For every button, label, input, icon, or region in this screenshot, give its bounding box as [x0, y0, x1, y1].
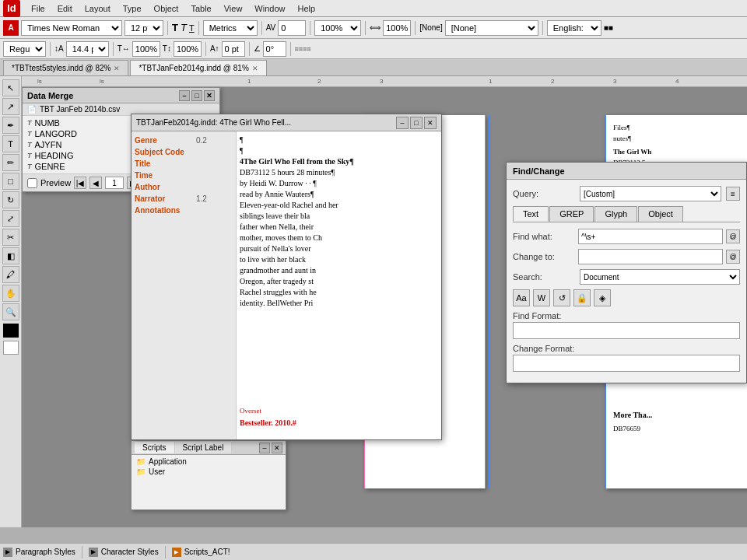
content-line-11: to live with her black: [240, 254, 438, 265]
wrap-search-btn[interactable]: ↺: [553, 289, 570, 306]
preview-checkbox[interactable]: [27, 178, 37, 188]
sep5: [365, 21, 366, 35]
scale-h-input[interactable]: [132, 41, 160, 57]
tab-tbtjanfeb-label: *TBTJanFeb2014g.indd @ 81%: [139, 64, 248, 72]
find-format-box[interactable]: [513, 322, 740, 339]
char-styles-arrow[interactable]: ▶: [89, 548, 98, 557]
scripts-bottom-icon[interactable]: ▶: [172, 548, 181, 557]
tool-select[interactable]: ↖: [2, 79, 19, 96]
tool-direct-select[interactable]: ↗: [2, 98, 19, 115]
scripts-user-folder-icon: 📁: [136, 467, 146, 476]
view-pct-select[interactable]: 100%: [314, 20, 361, 36]
fill-color[interactable]: [3, 324, 19, 338]
include-hidden-btn[interactable]: ◈: [594, 289, 611, 306]
tab-object[interactable]: Object: [638, 206, 683, 222]
doc-win-minimize[interactable]: –: [396, 117, 409, 129]
change-to-label: Change to:: [513, 252, 575, 261]
tab-grep[interactable]: GREP: [549, 206, 594, 222]
scripts-application[interactable]: 📁 Application: [136, 457, 281, 467]
menu-type[interactable]: Type: [117, 2, 148, 15]
find-change-header[interactable]: Find/Change: [507, 163, 746, 180]
tool-pencil[interactable]: ✏: [2, 154, 19, 171]
tab-text[interactable]: Text: [513, 206, 549, 222]
tool-rotate[interactable]: ↻: [2, 191, 19, 208]
menu-object[interactable]: Object: [148, 2, 185, 15]
color-select[interactable]: [None]: [445, 20, 538, 36]
scripts-panel-header[interactable]: Scripts Script Label – ✕: [132, 441, 286, 455]
style-select[interactable]: Regular: [3, 41, 46, 57]
whole-word-btn[interactable]: W: [533, 289, 550, 306]
bold-btn[interactable]: T: [172, 22, 178, 33]
angle-input[interactable]: [263, 41, 286, 57]
tab-tbttest-close[interactable]: ✕: [114, 65, 120, 72]
scripts-user[interactable]: 📁 User: [136, 467, 281, 477]
page-num-input[interactable]: [105, 177, 124, 189]
tool-hand[interactable]: ✋: [2, 285, 19, 302]
tab-glyph[interactable]: Glyph: [594, 206, 637, 222]
tool-scissors[interactable]: ✂: [2, 229, 19, 246]
data-merge-header[interactable]: Data Merge – □ ✕: [23, 88, 219, 103]
tool-scale[interactable]: ⤢: [2, 210, 19, 227]
lang-select[interactable]: English: USA: [547, 20, 601, 36]
sep10: [205, 42, 206, 56]
menu-view[interactable]: View: [218, 2, 249, 15]
include-locked-btn[interactable]: 🔒: [573, 289, 591, 306]
doc-win-close[interactable]: ✕: [424, 117, 437, 129]
change-format-label: Change Format:: [513, 344, 740, 353]
panel-expand-btn[interactable]: □: [191, 90, 202, 101]
change-to-special-btn[interactable]: @: [726, 250, 740, 264]
case-sensitive-btn[interactable]: Aa: [513, 289, 530, 306]
query-options-btn[interactable]: ≡: [726, 187, 740, 201]
tab-tbttest[interactable]: *TBTtest5styles.indd @ 82% ✕: [3, 60, 128, 75]
tool-pen[interactable]: ✒: [2, 117, 19, 134]
tool-text[interactable]: T: [2, 135, 19, 152]
bottom-sep1: [82, 546, 82, 558]
field-time-row: Time: [135, 170, 233, 181]
doc-win-restore[interactable]: □: [410, 117, 423, 129]
nav-first-btn[interactable]: |◀: [74, 177, 86, 189]
doc-window-sidebar: Genre 0.2 Subject Code Title Time Author: [132, 131, 237, 439]
tab-tbtjanfeb[interactable]: *TBTJanFeb2014g.indd @ 81% ✕: [130, 60, 266, 75]
font-family-select[interactable]: Times New Roman: [21, 20, 122, 36]
tab-tbtjanfeb-close[interactable]: ✕: [252, 65, 258, 72]
panel-close-btn[interactable]: ✕: [204, 90, 215, 101]
change-to-input[interactable]: [578, 249, 723, 264]
panel-collapse-btn[interactable]: –: [179, 90, 190, 101]
menu-edit[interactable]: Edit: [51, 2, 79, 15]
find-what-special-btn[interactable]: @: [726, 229, 740, 243]
doc-window-header[interactable]: TBTJanFeb2014g.indd: 4The Girl Who Fell.…: [132, 114, 441, 131]
leading-select[interactable]: 14.4 pt: [66, 41, 109, 57]
para-styles-arrow[interactable]: ▶: [3, 548, 12, 557]
doc-window-content: ¶ ¶ 4The Girl Who Fell from the Sky¶ DB7…: [237, 131, 441, 439]
scale-v-input[interactable]: [174, 41, 202, 57]
nav-prev-btn[interactable]: ◀: [89, 177, 102, 189]
toolbar1: A Times New Roman 12 pt T T T Metrics AV…: [0, 17, 747, 39]
tracking-input[interactable]: [383, 20, 411, 36]
menu-file[interactable]: File: [25, 2, 51, 15]
query-select[interactable]: [Custom]: [580, 186, 721, 201]
change-format-box[interactable]: [513, 355, 740, 372]
search-select[interactable]: Document: [580, 269, 740, 285]
menu-help[interactable]: Help: [291, 2, 321, 15]
tool-zoom[interactable]: 🔍: [2, 303, 19, 320]
scripts-tabs: Scripts Script Label: [135, 442, 259, 453]
scripts-tab-label[interactable]: Script Label: [175, 442, 233, 453]
scripts-collapse-btn[interactable]: –: [259, 443, 270, 453]
stroke-color[interactable]: [3, 341, 19, 355]
baseline-input[interactable]: [222, 41, 245, 57]
content-line-2: 4The Girl Who Fell from the Sky¶: [240, 156, 438, 167]
metrics-select[interactable]: Metrics: [203, 20, 258, 36]
menu-window[interactable]: Window: [248, 2, 291, 15]
scripts-tab-scripts[interactable]: Scripts: [135, 442, 175, 453]
menu-layout[interactable]: Layout: [79, 2, 117, 15]
tool-rectangle[interactable]: □: [2, 173, 19, 190]
italic-btn[interactable]: T: [181, 22, 187, 33]
font-size-select[interactable]: 12 pt: [124, 20, 163, 36]
scripts-close-btn[interactable]: ✕: [272, 443, 282, 453]
tool-eyedropper[interactable]: 🖍: [2, 266, 19, 283]
tool-gradient[interactable]: ◧: [2, 247, 19, 264]
kerning-input[interactable]: [278, 20, 306, 36]
underline-btn[interactable]: T: [189, 23, 195, 33]
menu-table[interactable]: Table: [184, 2, 217, 15]
find-what-input[interactable]: [578, 229, 723, 244]
